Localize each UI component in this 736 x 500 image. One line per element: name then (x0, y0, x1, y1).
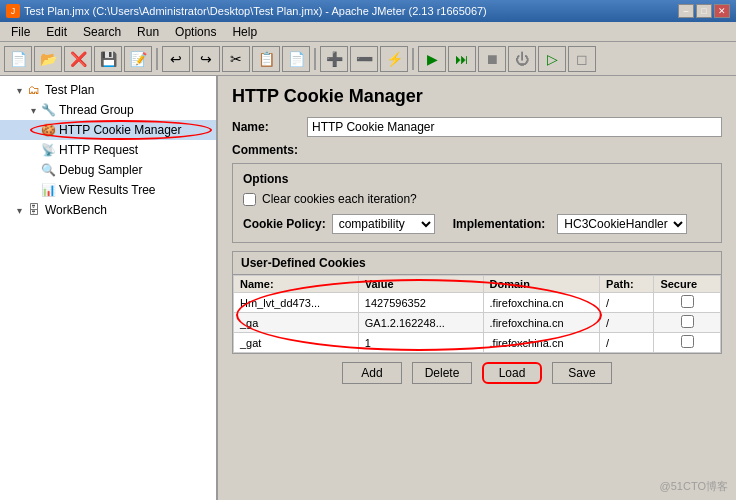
panel-title: HTTP Cookie Manager (232, 86, 722, 107)
toolbar-start[interactable]: ▶ (418, 46, 446, 72)
icon-debugsampler: 🔍 (40, 162, 56, 178)
toolbar-paste[interactable]: 📄 (282, 46, 310, 72)
tree-item-testplan[interactable]: ▾ 🗂 Test Plan (0, 80, 216, 100)
clear-cookies-row: Clear cookies each iteration? (243, 192, 711, 206)
label-testplan: Test Plan (45, 83, 94, 97)
col-header-value: Value (358, 276, 483, 293)
toolbar-redo[interactable]: ↪ (192, 46, 220, 72)
delete-button[interactable]: Delete (412, 362, 472, 384)
toggle-testplan[interactable]: ▾ (12, 83, 26, 97)
minimize-button[interactable]: – (678, 4, 694, 18)
menu-edit[interactable]: Edit (39, 23, 74, 41)
toolbar-new[interactable]: 📄 (4, 46, 32, 72)
cell-name: _gat (234, 333, 359, 353)
app-icon: J (6, 4, 20, 18)
implementation-label: Implementation: (453, 217, 546, 231)
cookie-policy-label: Cookie Policy: (243, 217, 326, 231)
cell-domain: .firefoxchina.cn (483, 293, 600, 313)
toolbar-stop[interactable]: ⏹ (478, 46, 506, 72)
cell-value: 1427596352 (358, 293, 483, 313)
load-button[interactable]: Load (482, 362, 542, 384)
right-panel: HTTP Cookie Manager Name: Comments: Opti… (218, 76, 736, 500)
icon-workbench: 🗄 (26, 202, 42, 218)
toolbar-save[interactable]: 💾 (94, 46, 122, 72)
label-workbench: WorkBench (45, 203, 107, 217)
icon-httprequest: 📡 (40, 142, 56, 158)
toolbar: 📄 📂 ❌ 💾 📝 ↩ ↪ ✂ 📋 📄 ➕ ➖ ⚡ ▶ ⏭ ⏹ ⏻ ▷ ◻ (0, 42, 736, 76)
toggle-threadgroup[interactable]: ▾ (26, 103, 40, 117)
window-controls: – □ ✕ (678, 4, 730, 18)
options-section: Options Clear cookies each iteration? Co… (232, 163, 722, 243)
tree-item-httprequest[interactable]: 📡 HTTP Request (0, 140, 216, 160)
menu-options[interactable]: Options (168, 23, 223, 41)
cookies-outer: User-Defined Cookies Name: Value Domain … (232, 251, 722, 354)
col-header-secure: Secure (654, 276, 721, 293)
toolbar-saveas[interactable]: 📝 (124, 46, 152, 72)
table-row[interactable]: _gat 1 .firefoxchina.cn / (234, 333, 721, 353)
toolbar-sep-1 (156, 48, 158, 70)
col-header-name: Name: (234, 276, 359, 293)
cell-secure (654, 333, 721, 353)
menu-search[interactable]: Search (76, 23, 128, 41)
comments-label: Comments: (232, 143, 307, 157)
menu-run[interactable]: Run (130, 23, 166, 41)
menu-help[interactable]: Help (225, 23, 264, 41)
tree-item-debugsampler[interactable]: 🔍 Debug Sampler (0, 160, 216, 180)
cell-path: / (600, 313, 654, 333)
toolbar-shutdown[interactable]: ⏻ (508, 46, 536, 72)
icon-viewresults: 📊 (40, 182, 56, 198)
close-button[interactable]: ✕ (714, 4, 730, 18)
name-field-row: Name: (232, 117, 722, 137)
label-cookiemanager: HTTP Cookie Manager (59, 123, 182, 137)
menu-bar: File Edit Search Run Options Help (0, 22, 736, 42)
cell-path: / (600, 333, 654, 353)
watermark: @51CTO博客 (660, 479, 728, 494)
toolbar-start-no-pauses[interactable]: ⏭ (448, 46, 476, 72)
maximize-button[interactable]: □ (696, 4, 712, 18)
tree-item-workbench[interactable]: ▾ 🗄 WorkBench (0, 200, 216, 220)
cookies-table: Name: Value Domain Path: Secure Hm_lvt_d… (233, 275, 721, 353)
cell-value: 1 (358, 333, 483, 353)
tree-item-threadgroup[interactable]: ▾ 🔧 Thread Group (0, 100, 216, 120)
clear-cookies-checkbox[interactable] (243, 193, 256, 206)
label-threadgroup: Thread Group (59, 103, 134, 117)
title-bar: J Test Plan.jmx (C:\Users\Administrator\… (0, 0, 736, 22)
save-button[interactable]: Save (552, 362, 612, 384)
icon-testplan: 🗂 (26, 82, 42, 98)
toolbar-remote-stop[interactable]: ◻ (568, 46, 596, 72)
toggle-workbench[interactable]: ▾ (12, 203, 26, 217)
icon-threadgroup: 🔧 (40, 102, 56, 118)
cookie-policy-select[interactable]: compatibility default ignoreCookies nets… (332, 214, 435, 234)
label-debugsampler: Debug Sampler (59, 163, 142, 177)
clear-cookies-label: Clear cookies each iteration? (262, 192, 417, 206)
comments-row: Comments: (232, 143, 722, 157)
table-row[interactable]: _ga GA1.2.162248... .firefoxchina.cn / (234, 313, 721, 333)
name-input[interactable] (307, 117, 722, 137)
add-button[interactable]: Add (342, 362, 402, 384)
toolbar-close[interactable]: ❌ (64, 46, 92, 72)
tree-item-cookiemanager[interactable]: 🍪 HTTP Cookie Manager (0, 120, 216, 140)
label-httprequest: HTTP Request (59, 143, 138, 157)
cookies-header: User-Defined Cookies (233, 252, 721, 275)
table-row[interactable]: Hm_lvt_dd473... 1427596352 .firefoxchina… (234, 293, 721, 313)
cookie-policy-row: Cookie Policy: compatibility default ign… (243, 214, 711, 234)
cell-domain: .firefoxchina.cn (483, 333, 600, 353)
implementation-select[interactable]: HC3CookieHandler HC4CookieHandler (557, 214, 687, 234)
cell-domain: .firefoxchina.cn (483, 313, 600, 333)
cell-name: Hm_lvt_dd473... (234, 293, 359, 313)
toolbar-remote-start[interactable]: ▷ (538, 46, 566, 72)
cell-secure (654, 313, 721, 333)
toolbar-expand[interactable]: ➕ (320, 46, 348, 72)
tree-item-viewresults[interactable]: 📊 View Results Tree (0, 180, 216, 200)
toolbar-toggle[interactable]: ⚡ (380, 46, 408, 72)
toolbar-collapse[interactable]: ➖ (350, 46, 378, 72)
menu-file[interactable]: File (4, 23, 37, 41)
tree-panel: ▾ 🗂 Test Plan ▾ 🔧 Thread Group 🍪 HTTP Co… (0, 76, 218, 500)
toolbar-undo[interactable]: ↩ (162, 46, 190, 72)
toolbar-cut[interactable]: ✂ (222, 46, 250, 72)
label-viewresults: View Results Tree (59, 183, 156, 197)
toolbar-open[interactable]: 📂 (34, 46, 62, 72)
toolbar-copy[interactable]: 📋 (252, 46, 280, 72)
cookies-section: User-Defined Cookies Name: Value Domain … (232, 251, 722, 354)
toolbar-sep-2 (314, 48, 316, 70)
